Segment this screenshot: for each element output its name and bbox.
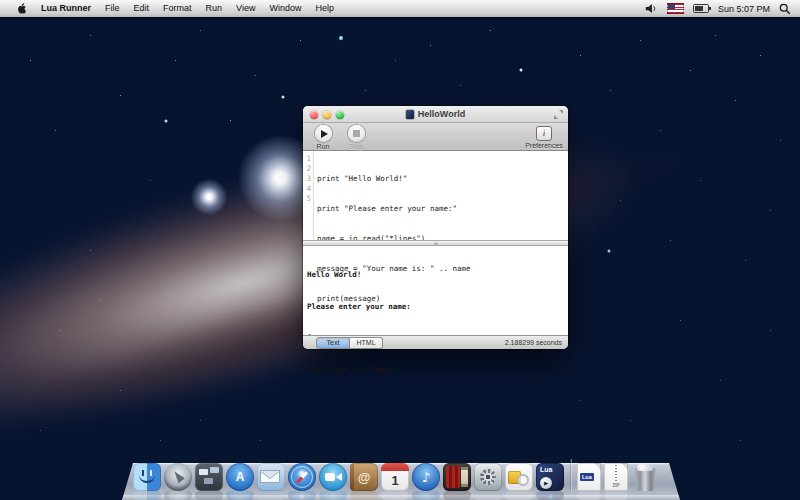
- dock-icon-itunes[interactable]: ♪: [412, 463, 440, 491]
- dock-icon-archive-utility[interactable]: [505, 463, 533, 491]
- menu-edit[interactable]: Edit: [127, 0, 157, 17]
- dock-icon-launchpad[interactable]: [164, 463, 192, 491]
- run-button[interactable]: Run: [307, 125, 339, 150]
- dock-icon-lua-runner[interactable]: Lua ▶: [536, 463, 564, 491]
- input-language-flag-icon[interactable]: [667, 3, 684, 14]
- info-icon: i: [536, 126, 552, 141]
- close-button[interactable]: [310, 111, 318, 119]
- volume-icon[interactable]: [645, 3, 658, 14]
- code-line: print "Please enter your name:": [317, 204, 471, 214]
- tab-text[interactable]: Text: [316, 337, 350, 349]
- minimize-button[interactable]: [323, 111, 331, 119]
- dock-icon-mission-control[interactable]: [195, 463, 223, 491]
- tab-html[interactable]: HTML: [350, 337, 383, 349]
- code-editor[interactable]: 1 2 3 4 5 print "Hello World!" print "Pl…: [303, 151, 568, 240]
- apple-menu[interactable]: [9, 2, 34, 15]
- helloworld-window: HelloWorld Run Stop i Preferences 1 2 3 …: [303, 106, 568, 349]
- window-toolbar: Run Stop i Preferences: [303, 123, 568, 151]
- dock-icon-calendar[interactable]: 1: [381, 463, 409, 491]
- battery-icon[interactable]: [693, 4, 709, 13]
- menu-run[interactable]: Run: [199, 0, 230, 17]
- stop-button[interactable]: Stop: [340, 125, 372, 150]
- running-indicator: [549, 495, 552, 498]
- document-proxy-icon[interactable]: [406, 110, 414, 119]
- elapsed-time: 2.188299 seconds: [505, 339, 562, 346]
- menu-bar: Lua Runner File Edit Format Run View Win…: [0, 0, 800, 17]
- dock-icon-imovie[interactable]: [443, 463, 471, 491]
- output-mode-segmented-control: Text HTML: [316, 337, 383, 349]
- menu-view[interactable]: View: [229, 0, 262, 17]
- line-number-gutter: 1 2 3 4 5: [303, 151, 314, 240]
- dock: A @ 1 ♪ Lua ▶ Lua ZIP: [0, 448, 800, 500]
- stop-icon: [348, 125, 365, 142]
- menu-clock[interactable]: Sun 5:07 PM: [718, 4, 770, 14]
- code-text[interactable]: print "Hello World!" print "Please enter…: [314, 151, 471, 240]
- menu-window[interactable]: Window: [262, 0, 308, 17]
- menu-app-name[interactable]: Lua Runner: [34, 0, 98, 17]
- dock-icon-lua-document[interactable]: Lua: [577, 463, 601, 491]
- menu-format[interactable]: Format: [156, 0, 199, 17]
- window-statusbar: Text HTML 2.188299 seconds: [303, 335, 568, 349]
- preferences-button[interactable]: i Preferences: [522, 125, 566, 149]
- dock-icon-trash[interactable]: [631, 463, 659, 491]
- dock-icon-facetime[interactable]: [319, 463, 347, 491]
- fullscreen-icon[interactable]: [554, 110, 563, 119]
- menu-help[interactable]: Help: [308, 0, 341, 17]
- dock-icon-safari[interactable]: [288, 463, 316, 491]
- menu-file[interactable]: File: [98, 0, 127, 17]
- play-badge-icon: ▶: [540, 477, 552, 489]
- dock-icon-zip-archive[interactable]: ZIP: [604, 463, 628, 491]
- code-line: print "Hello World!": [317, 174, 471, 184]
- dock-icon-mail[interactable]: [257, 463, 285, 491]
- dock-separator: [567, 457, 574, 491]
- dock-icon-contacts[interactable]: @: [350, 463, 378, 491]
- window-title: HelloWorld: [406, 109, 465, 119]
- spotlight-icon[interactable]: [779, 3, 791, 15]
- output-line: Your name is: James: [307, 365, 568, 376]
- splitter-dimple-icon: [434, 242, 438, 245]
- window-titlebar[interactable]: HelloWorld: [303, 106, 568, 123]
- pane-splitter[interactable]: [303, 240, 568, 246]
- secondary-star-glow: [190, 178, 228, 216]
- apple-logo-icon: [16, 2, 27, 15]
- dock-icon-app-store[interactable]: A: [226, 463, 254, 491]
- dock-icon-finder[interactable]: [133, 463, 161, 491]
- dock-icon-system-preferences[interactable]: [474, 463, 502, 491]
- play-icon: [315, 125, 332, 142]
- zoom-button[interactable]: [336, 111, 344, 119]
